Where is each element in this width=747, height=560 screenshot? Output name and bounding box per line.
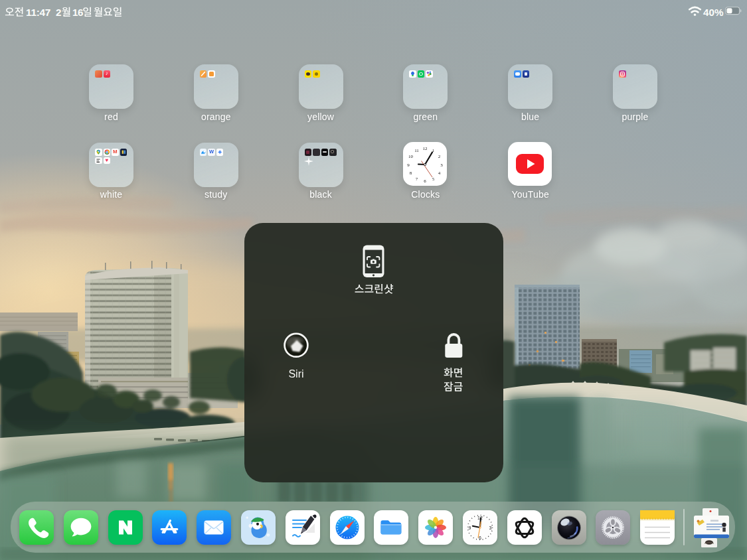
svg-text:8: 8 xyxy=(410,171,412,176)
svg-text:4: 4 xyxy=(438,171,441,176)
svg-text:16: 16 xyxy=(72,7,83,18)
svg-text:9: 9 xyxy=(469,525,471,530)
svg-text:2: 2 xyxy=(56,7,61,18)
svg-text:3: 3 xyxy=(441,163,444,168)
svg-text:11: 11 xyxy=(415,148,420,153)
svg-text:9: 9 xyxy=(408,163,410,168)
svg-text:❄: ❄ xyxy=(246,516,248,520)
svg-text:7: 7 xyxy=(416,176,418,182)
svg-text:10: 10 xyxy=(408,154,414,159)
svg-text:11:47: 11:47 xyxy=(26,7,50,18)
svg-text:2: 2 xyxy=(438,154,441,159)
svg-text:12: 12 xyxy=(423,146,428,151)
svg-text:❄: ❄ xyxy=(266,533,270,537)
svg-text:6: 6 xyxy=(479,535,481,540)
svg-text:40%: 40% xyxy=(703,7,724,18)
svg-text:Siri: Siri xyxy=(288,368,303,380)
svg-text:3: 3 xyxy=(489,525,492,530)
svg-text:5: 5 xyxy=(432,176,435,182)
svg-text:6: 6 xyxy=(424,178,427,184)
